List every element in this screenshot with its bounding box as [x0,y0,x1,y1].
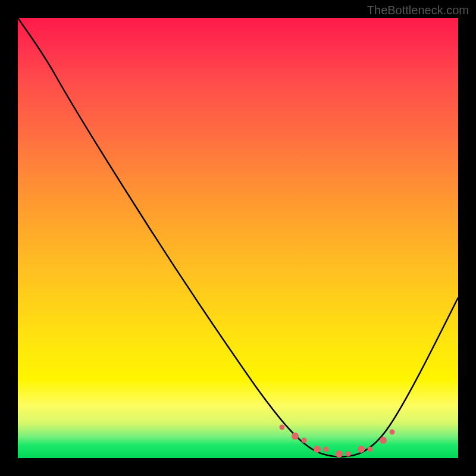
bead-point [346,451,351,456]
bead-point [280,425,285,430]
bead-point [324,447,329,452]
bead-point [314,446,321,453]
watermark-text: TheBottleneck.com [367,4,469,17]
bead-point [302,438,307,443]
optimal-beads-group [18,18,458,458]
bead-point [380,437,387,444]
bead-point [368,447,373,452]
bead-point [336,450,343,458]
bead-point [390,429,395,434]
plot-area [18,18,458,458]
bead-point [292,433,299,440]
bead-point [358,446,365,453]
